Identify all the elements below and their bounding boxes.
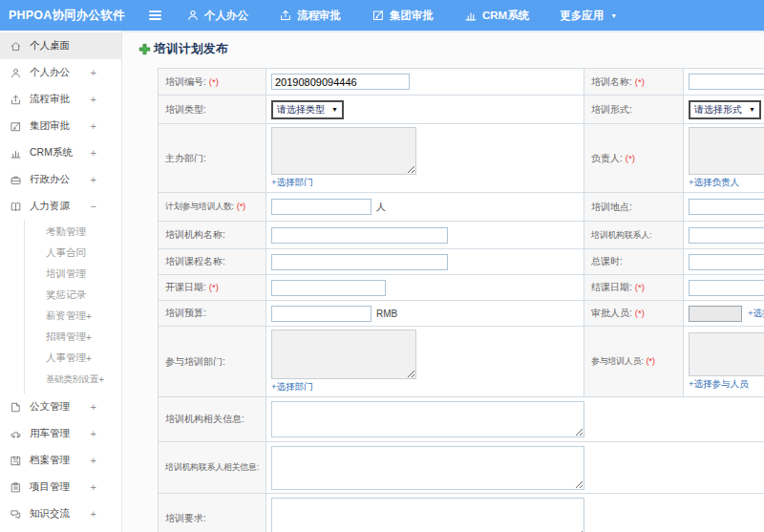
leader-box[interactable] (689, 127, 764, 175)
expand-plus-icon[interactable]: + (91, 67, 96, 78)
chat-icon (10, 507, 23, 521)
sidebar-subitem-hr-contract[interactable]: 人事合同 (25, 243, 121, 264)
sidebar-item-desktop[interactable]: 个人桌面 (0, 32, 121, 59)
planned-count-input[interactable] (271, 199, 371, 215)
field-label: 主办部门: (165, 153, 206, 163)
sidebar-item-knowledge[interactable]: 知识交流 + (0, 500, 121, 527)
training-type-select[interactable]: 请选择类型▼ (271, 100, 344, 119)
sidebar-subitem-recruit[interactable]: 招聘管理 + (25, 327, 121, 348)
sidebar-item-crm[interactable]: CRM系统 + (0, 139, 121, 166)
collapse-minus-icon[interactable]: − (91, 201, 96, 212)
caret-down-icon: ▼ (610, 12, 617, 19)
expand-plus-icon[interactable]: + (91, 508, 96, 520)
select-dept-link[interactable]: +选择部门 (271, 381, 313, 392)
org-contact-input[interactable] (689, 227, 764, 244)
sidebar-subitem-base-category[interactable]: 基础类别设置 + (25, 369, 121, 390)
course-name-input[interactable] (271, 254, 448, 270)
sidebar-subitem-training[interactable]: 培训管理 (25, 264, 121, 285)
field-label: 参与培训部门: (165, 356, 225, 367)
location-input[interactable] (689, 199, 764, 215)
total-hours-input[interactable] (689, 254, 764, 270)
caret-down-icon: ▼ (749, 106, 755, 113)
top-header: PHPOA协同办公软件 个人办公 流程审批 集团审批 CRM系统 更多应用 ▼ (0, 0, 764, 31)
sidebar-item-hr[interactable]: 人力资源 − (0, 193, 121, 220)
expand-plus-icon[interactable]: + (98, 374, 104, 385)
sidebar-subitem-rewards[interactable]: 奖惩记录 (25, 285, 121, 306)
training-form-select[interactable]: 请选择形式▼ (689, 100, 761, 119)
home-icon (10, 39, 23, 53)
select-approver-link[interactable]: +选择审批人员 (748, 308, 764, 320)
field-label: 培训机构联系人相关信息: (165, 462, 259, 472)
chart-icon (464, 9, 478, 22)
sidebar-item-personal-office[interactable]: 个人办公 + (0, 59, 121, 86)
select-dept-link[interactable]: +选择部门 (271, 177, 313, 187)
expand-plus-icon[interactable]: + (91, 401, 96, 413)
field-label: 培训预算: (165, 308, 206, 318)
select-leader-link[interactable]: +选择负责人 (689, 177, 739, 187)
select-participants-link[interactable]: +选择参与人员 (689, 378, 749, 389)
caret-down-icon: ▼ (331, 106, 338, 113)
hamburger-menu-icon[interactable] (149, 11, 161, 20)
sidebar-item-documents[interactable]: 公文管理 + (0, 394, 121, 420)
org-contact-info-textarea[interactable] (271, 446, 584, 490)
chart-icon (10, 146, 23, 160)
expand-plus-icon[interactable]: + (86, 332, 92, 343)
nav-more-apps[interactable]: 更多应用 ▼ (544, 0, 632, 31)
sidebar-item-admin-office[interactable]: 行政办公 + (0, 166, 121, 193)
field-label: 开课日期: (165, 282, 206, 292)
book-icon (10, 200, 23, 213)
sidebar-item-archives[interactable]: 档案管理 + (0, 447, 121, 474)
host-dept-box[interactable] (271, 127, 416, 175)
sidebar-item-projects[interactable]: 项目管理 + (0, 474, 121, 500)
approver-input[interactable] (689, 306, 742, 322)
budget-input[interactable] (271, 306, 371, 322)
doc-icon (10, 400, 23, 414)
expand-plus-icon[interactable]: + (91, 428, 96, 439)
training-no-input[interactable] (271, 74, 410, 90)
field-label: 审批人员: (591, 308, 632, 318)
expand-plus-icon[interactable]: + (86, 311, 92, 322)
end-date-input[interactable] (689, 280, 764, 296)
sidebar-subitem-attendance[interactable]: 考勤管理 (25, 222, 121, 243)
car-icon (10, 427, 23, 440)
participants-box[interactable] (689, 332, 764, 376)
training-name-input[interactable] (689, 74, 764, 90)
user-icon (186, 9, 200, 22)
flow-icon (10, 93, 23, 106)
org-name-input[interactable] (271, 227, 448, 244)
green-plus-icon (138, 43, 151, 55)
field-label: 培训课程名称: (165, 256, 225, 266)
expand-plus-icon[interactable]: + (91, 147, 96, 159)
sidebar-item-group-approval[interactable]: 集团审批 + (0, 113, 121, 139)
requirements-textarea[interactable] (271, 498, 584, 532)
expand-plus-icon[interactable]: + (91, 455, 96, 466)
page-title: 培训计划发布 (122, 32, 764, 62)
nav-group-approval[interactable]: 集团审批 (356, 0, 449, 31)
top-nav: 个人办公 流程审批 集团审批 CRM系统 更多应用 ▼ (171, 0, 632, 31)
flow-icon (279, 9, 292, 22)
expand-plus-icon[interactable]: + (91, 120, 96, 132)
org-info-textarea[interactable] (271, 401, 584, 437)
expand-plus-icon[interactable]: + (91, 94, 96, 105)
user-icon (10, 66, 23, 79)
nav-crm[interactable]: CRM系统 (449, 0, 544, 31)
nav-personal-office[interactable]: 个人办公 (171, 0, 264, 31)
field-label: 培训形式: (591, 104, 632, 115)
project-icon (10, 480, 23, 494)
field-label: 培训编号: (165, 76, 206, 87)
field-label: 培训地点: (591, 202, 632, 212)
sidebar-item-flow-approval[interactable]: 流程审批 + (0, 86, 121, 113)
field-label: 培训机构联系人: (591, 230, 651, 240)
sidebar-submenu-hr: 考勤管理 人事合同 培训管理 奖惩记录 薪资管理 + 招聘管理 + 人事管理 +… (24, 220, 121, 394)
expand-plus-icon[interactable]: + (91, 174, 96, 185)
start-date-input[interactable] (271, 280, 386, 296)
archive-icon (10, 454, 23, 467)
participate-dept-box[interactable] (271, 330, 416, 379)
sidebar: 个人桌面 个人办公 + 流程审批 + 集团审批 + CRM系统 + 行政办公 +… (0, 31, 122, 532)
nav-flow-approval[interactable]: 流程审批 (264, 0, 356, 31)
sidebar-subitem-personnel[interactable]: 人事管理 + (25, 348, 121, 369)
sidebar-item-vehicle[interactable]: 用车管理 + (0, 420, 121, 447)
expand-plus-icon[interactable]: + (91, 481, 96, 493)
sidebar-subitem-salary[interactable]: 薪资管理 + (25, 306, 121, 327)
expand-plus-icon[interactable]: + (86, 353, 92, 364)
